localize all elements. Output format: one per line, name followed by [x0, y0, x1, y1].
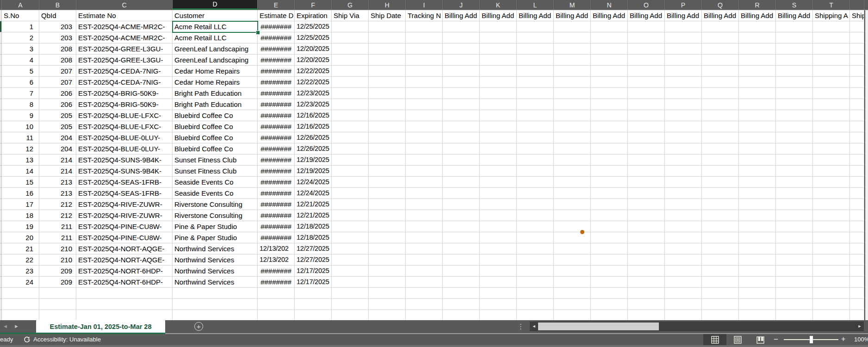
cell-G25[interactable] [332, 277, 369, 288]
cell-B8[interactable]: 206 [39, 88, 76, 99]
cell-P25[interactable] [665, 277, 702, 288]
cell-L12[interactable] [517, 132, 554, 143]
cell-R14[interactable] [739, 155, 776, 166]
column-header-R[interactable]: R [739, 0, 776, 10]
cell-M1[interactable]: Billing Add [554, 10, 591, 21]
cell-F25[interactable]: 12/17/2025 [295, 277, 332, 288]
cell-O18[interactable] [628, 199, 665, 210]
cell-M3[interactable] [554, 32, 591, 43]
cell-G1[interactable]: Ship Via [332, 10, 369, 21]
cell-N8[interactable] [591, 88, 628, 99]
cell-J5[interactable] [443, 55, 480, 66]
cell-A28[interactable] [2, 310, 39, 320]
cell-M28[interactable] [554, 310, 591, 320]
cell-D11[interactable]: Bluebird Coffee Co [173, 121, 258, 132]
cell-A6[interactable]: 5 [2, 66, 39, 77]
cell-I27[interactable] [406, 299, 443, 310]
cell-C13[interactable]: EST-2025Q4-BLUE-0LUY- [76, 143, 173, 155]
cell-S21[interactable] [776, 232, 813, 243]
cell-Q12[interactable] [702, 132, 739, 143]
cell-H16[interactable] [369, 177, 406, 188]
cell-A15[interactable]: 14 [2, 166, 39, 177]
cell-O17[interactable] [628, 188, 665, 199]
cell-P4[interactable] [665, 43, 702, 55]
cell-M22[interactable] [554, 243, 591, 254]
cell-A12[interactable]: 11 [2, 132, 39, 143]
cell-Q18[interactable] [702, 199, 739, 210]
cell-H27[interactable] [369, 299, 406, 310]
cell-H4[interactable] [369, 43, 406, 55]
cell-J21[interactable] [443, 232, 480, 243]
cell-S10[interactable] [776, 110, 813, 121]
cell-M9[interactable] [554, 99, 591, 110]
cell-R24[interactable] [739, 266, 776, 277]
cell-C7[interactable]: EST-2025Q4-CEDA-7NIG- [76, 77, 173, 88]
cell-S19[interactable] [776, 210, 813, 221]
cell-J23[interactable] [443, 254, 480, 266]
cell-I21[interactable] [406, 232, 443, 243]
cell-A24[interactable]: 23 [2, 266, 39, 277]
cell-K1[interactable]: Billing Add [480, 10, 517, 21]
cell-S11[interactable] [776, 121, 813, 132]
cell-M17[interactable] [554, 188, 591, 199]
cell-R10[interactable] [739, 110, 776, 121]
cell-A8[interactable]: 7 [2, 88, 39, 99]
cell-M27[interactable] [554, 299, 591, 310]
cell-E28[interactable] [258, 310, 295, 320]
cell-D20[interactable]: Pine & Paper Studio [173, 221, 258, 232]
cell-G7[interactable] [332, 77, 369, 88]
cell-G24[interactable] [332, 266, 369, 277]
cell-U4[interactable] [850, 43, 864, 55]
cell-I12[interactable] [406, 132, 443, 143]
cell-R9[interactable] [739, 99, 776, 110]
cell-J2[interactable] [443, 21, 480, 32]
cell-R15[interactable] [739, 166, 776, 177]
cell-T6[interactable] [813, 66, 850, 77]
cell-L25[interactable] [517, 277, 554, 288]
cell-K17[interactable] [480, 188, 517, 199]
cell-F6[interactable]: 12/22/2025 [295, 66, 332, 77]
cell-K23[interactable] [480, 254, 517, 266]
cell-J28[interactable] [443, 310, 480, 320]
cell-L3[interactable] [517, 32, 554, 43]
cell-I7[interactable] [406, 77, 443, 88]
cell-D3[interactable]: Acme Retail LLC [173, 32, 258, 43]
cell-E20[interactable]: ######## [258, 221, 295, 232]
cell-K10[interactable] [480, 110, 517, 121]
cell-R21[interactable] [739, 232, 776, 243]
cell-P6[interactable] [665, 66, 702, 77]
cell-M6[interactable] [554, 66, 591, 77]
cell-F14[interactable]: 12/19/2025 [295, 155, 332, 166]
cell-O1[interactable]: Billing Add [628, 10, 665, 21]
cell-Q16[interactable] [702, 177, 739, 188]
cell-D22[interactable]: Northwind Services [173, 243, 258, 254]
cell-E17[interactable]: ######## [258, 188, 295, 199]
cell-H13[interactable] [369, 143, 406, 155]
cell-S25[interactable] [776, 277, 813, 288]
cell-M18[interactable] [554, 199, 591, 210]
cell-J17[interactable] [443, 188, 480, 199]
cell-J8[interactable] [443, 88, 480, 99]
cell-B7[interactable]: 207 [39, 77, 76, 88]
cell-D2[interactable]: Acme Retail LLC [173, 21, 258, 32]
next-sheet-arrow-icon[interactable]: ► [14, 322, 19, 330]
cell-Q14[interactable] [702, 155, 739, 166]
cell-S24[interactable] [776, 266, 813, 277]
cell-E10[interactable]: ######## [258, 110, 295, 121]
cell-G11[interactable] [332, 121, 369, 132]
column-header-I[interactable]: I [406, 0, 443, 10]
cell-C23[interactable]: EST-2025Q4-NORT-AQGE- [76, 254, 173, 266]
cell-O19[interactable] [628, 210, 665, 221]
cell-O28[interactable] [628, 310, 665, 320]
cell-U18[interactable] [850, 199, 864, 210]
cell-H17[interactable] [369, 188, 406, 199]
cell-L18[interactable] [517, 199, 554, 210]
cell-E23[interactable]: 12/13/202 [258, 254, 295, 266]
cell-Q26[interactable] [702, 288, 739, 299]
cell-U26[interactable] [850, 288, 864, 299]
cell-B3[interactable]: 203 [39, 32, 76, 43]
cell-N13[interactable] [591, 143, 628, 155]
cell-A14[interactable]: 13 [2, 155, 39, 166]
cell-N21[interactable] [591, 232, 628, 243]
cell-B22[interactable]: 210 [39, 243, 76, 254]
